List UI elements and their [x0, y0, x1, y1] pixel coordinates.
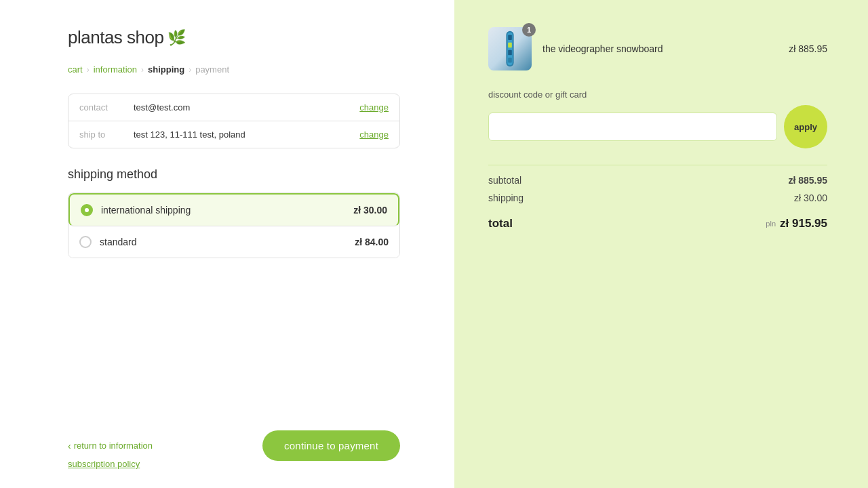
breadcrumb-shipping: shipping	[148, 64, 184, 75]
left-panel: plantas shop 🌿 cart › information › ship…	[0, 0, 454, 488]
breadcrumb: cart › information › shipping › payment	[68, 64, 400, 75]
info-box: contact test@test.com change ship to tes…	[68, 94, 400, 148]
contact-row: contact test@test.com change	[68, 94, 399, 121]
subscription-policy-link[interactable]: subscription policy	[68, 459, 140, 469]
shipping-option-international[interactable]: international shipping zł 30.00	[68, 193, 399, 226]
shipping-method-title: shipping method	[68, 167, 400, 182]
discount-input[interactable]	[488, 113, 777, 141]
contact-change-link[interactable]: change	[359, 102, 389, 113]
logo-text: plantas shop	[68, 27, 163, 48]
continue-button[interactable]: continue to payment	[262, 430, 400, 461]
shipping-options: international shipping zł 30.00 standard…	[68, 192, 400, 258]
ship-to-label: ship to	[79, 129, 134, 140]
svg-rect-2	[508, 35, 512, 39]
subtotal-label: subtotal	[488, 175, 521, 186]
shipping-row: shipping zł 30.00	[488, 192, 827, 203]
product-row: 1 the videographer snowboard zł 885.95	[488, 27, 827, 70]
back-arrow-icon: ‹	[68, 441, 71, 451]
ship-to-change-link[interactable]: change	[359, 129, 389, 140]
contact-label: contact	[79, 102, 134, 113]
subtotal-value: zł 885.95	[788, 175, 827, 186]
bottom-actions: ‹ return to information continue to paym…	[68, 430, 400, 461]
discount-row: apply	[488, 105, 827, 148]
right-panel: 1 the videographer snowboard zł 885.95 d…	[454, 0, 868, 488]
option-standard-label: standard	[100, 237, 355, 247]
breadcrumb-cart[interactable]: cart	[68, 64, 83, 75]
option-international-price: zł 30.00	[353, 205, 387, 216]
product-image-wrapper: 1	[488, 27, 532, 70]
ship-to-value: test 123, 11-111 test, poland	[134, 129, 359, 140]
snowboard-svg	[496, 30, 524, 68]
product-price: zł 885.95	[789, 43, 827, 54]
breadcrumb-payment: payment	[195, 64, 229, 75]
option-standard-price: zł 84.00	[355, 237, 389, 247]
discount-label: discount code or gift card	[488, 89, 827, 100]
subtotal-row: subtotal zł 885.95	[488, 175, 827, 186]
product-badge: 1	[522, 23, 536, 37]
logo-area: plantas shop 🌿	[68, 27, 400, 48]
svg-rect-4	[508, 50, 512, 55]
ship-to-row: ship to test 123, 11-111 test, poland ch…	[68, 121, 399, 148]
option-international-label: international shipping	[101, 205, 353, 216]
shipping-option-standard[interactable]: standard zł 84.00	[68, 226, 399, 258]
breadcrumb-sep-3: ›	[189, 65, 191, 75]
breadcrumb-sep-2: ›	[141, 65, 144, 75]
shipping-label: shipping	[488, 192, 524, 203]
summary-divider	[488, 165, 827, 165]
total-value: zł 915.95	[780, 217, 827, 230]
total-row: total pln zł 915.95	[488, 217, 827, 230]
product-name: the videographer snowboard	[542, 43, 778, 54]
total-currency-note: pln	[766, 220, 776, 228]
total-right: pln zł 915.95	[766, 217, 827, 230]
contact-value: test@test.com	[134, 102, 359, 113]
breadcrumb-information[interactable]: information	[94, 64, 137, 75]
back-label: return to information	[74, 441, 153, 451]
svg-rect-3	[508, 43, 512, 47]
leaf-icon: 🌿	[167, 29, 186, 47]
radio-standard[interactable]	[79, 236, 92, 248]
svg-rect-5	[508, 58, 512, 62]
total-label: total	[488, 217, 513, 230]
apply-button[interactable]: apply	[784, 105, 827, 148]
shipping-value: zł 30.00	[794, 192, 827, 203]
radio-international[interactable]	[81, 204, 93, 216]
back-link[interactable]: ‹ return to information	[68, 441, 153, 451]
breadcrumb-sep-1: ›	[87, 65, 90, 75]
